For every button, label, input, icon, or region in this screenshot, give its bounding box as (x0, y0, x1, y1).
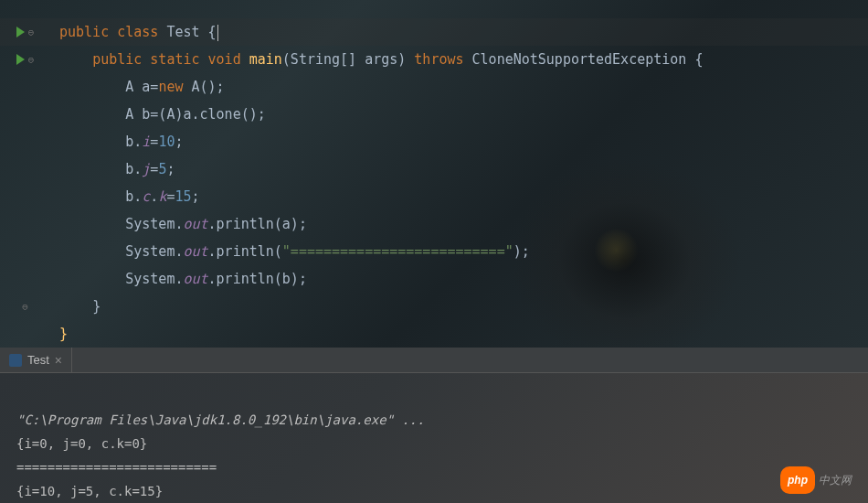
run-config-icon (9, 354, 22, 367)
line-12: } (59, 326, 68, 342)
editor-gutter: ⊖ ⊖ ⊖ (0, 0, 50, 348)
console-tab-bar: Test × (0, 348, 868, 373)
code-text[interactable]: public class Test { public static void m… (50, 0, 868, 348)
console-tab-test[interactable]: Test × (0, 348, 72, 372)
line-2: public static void main(String[] args) t… (59, 51, 703, 68)
line-1: public class Test { (59, 24, 218, 40)
line-10: System.out.println(b); (59, 271, 307, 287)
watermark-text: 中文网 (819, 468, 852, 492)
run-icon[interactable] (16, 27, 25, 37)
fold-icon[interactable]: ⊖ (28, 54, 35, 66)
line-4: A b=(A)a.clone(); (59, 106, 266, 123)
console-output[interactable]: "C:\Program Files\Java\jdk1.8.0_192\bin\… (0, 373, 868, 503)
line-9: System.out.println("====================… (59, 243, 530, 260)
caret (217, 25, 218, 41)
watermark: php 中文网 (780, 466, 852, 494)
tab-label: Test (27, 353, 49, 367)
console-line-2: ========================== (16, 460, 217, 475)
close-icon[interactable]: × (55, 353, 62, 368)
console-line-3: {i=10, j=5, c.k=15} (16, 484, 163, 498)
run-icon[interactable] (16, 54, 25, 65)
fold-icon[interactable]: ⊖ (22, 301, 28, 313)
line-5: b.i=10; (59, 134, 183, 150)
watermark-brand: php (780, 466, 815, 494)
line-11: } (59, 298, 101, 315)
line-3: A a=new A(); (59, 79, 225, 95)
line-6: b.j=5; (59, 161, 175, 177)
console-cmd: "C:\Program Files\Java\jdk1.8.0_192\bin\… (16, 412, 425, 427)
code-editor[interactable]: ⊖ ⊖ ⊖ public class Test { public static … (0, 0, 868, 348)
line-8: System.out.println(a); (59, 216, 307, 232)
console-line-1: {i=0, j=0, c.k=0} (16, 436, 147, 451)
fold-icon[interactable]: ⊖ (28, 27, 35, 38)
line-7: b.c.k=15; (59, 188, 200, 205)
